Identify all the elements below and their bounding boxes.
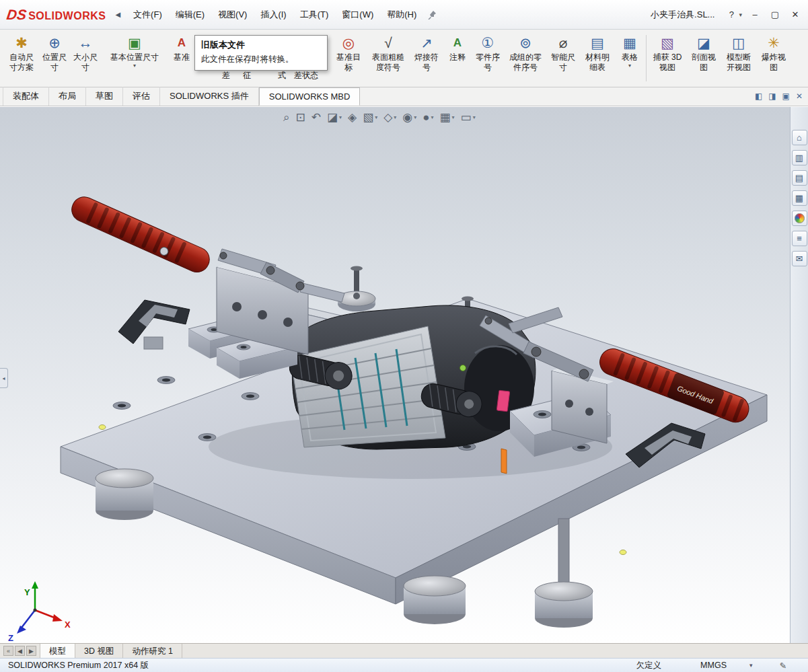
taskpane-solidworks-resources[interactable]: ⌂	[792, 130, 807, 145]
caret-down-icon[interactable]: ▾	[375, 114, 377, 120]
section-view-button[interactable]: ◪▾	[325, 109, 344, 126]
ribbon-covered-label[interactable]: 差	[222, 70, 230, 81]
section-view-icon: ◪	[327, 110, 338, 124]
close-document-icon[interactable]: ✕	[796, 91, 803, 101]
apply-scene-icon: ▦	[440, 110, 451, 124]
graphics-viewport[interactable]: Good Hand Y X Z ⌕ ⊡ ↶ ◪▾ ◈ ▧▾ ◇▾ ◉▾ ●▾ ▦…	[0, 107, 808, 643]
pane-forward-icon[interactable]: ◨	[768, 91, 776, 101]
menu-edit[interactable]: 编辑(E)	[170, 5, 211, 24]
orientation-triad[interactable]: Y X Z	[8, 581, 71, 643]
weld-symbol-icon: ↗	[420, 33, 433, 52]
ribbon-tables[interactable]: ▦ 表格 ▾	[615, 30, 645, 87]
tab-3d-views[interactable]: 3D 视图	[75, 644, 123, 658]
ribbon-label: 自动尺	[9, 52, 34, 63]
tab-motion-study-1[interactable]: 动作研究 1	[123, 644, 182, 658]
tab-solidworks-add-ins[interactable]: SOLIDWORKS 插件	[160, 87, 259, 106]
taskpane-solidworks-forum[interactable]: ✉	[792, 251, 807, 266]
previous-view-button[interactable]: ↶	[309, 109, 323, 126]
tab-solidworks-mbd[interactable]: SOLIDWORKS MBD	[259, 87, 361, 106]
ribbon-size-dimension[interactable]: ↔ 大小尺 寸	[70, 30, 101, 87]
pin-menu-icon[interactable]	[428, 9, 437, 20]
ribbon-bill-of-materials[interactable]: ▤ 材料明 细表	[580, 30, 615, 87]
dropdown-caret-icon[interactable]: ▾	[133, 63, 136, 69]
caret-down-icon[interactable]: ▾	[473, 114, 476, 120]
ribbon-balloon[interactable]: ① 零件序 号	[471, 30, 505, 87]
red-handle-left[interactable]	[68, 193, 213, 276]
ribbon-label: 位置尺	[42, 52, 67, 63]
view-settings-button[interactable]: ▭▾	[459, 109, 478, 126]
ribbon-basic-location-dimension[interactable]: ▣ 基本位置尺寸 ▾	[101, 30, 168, 87]
tab-layout[interactable]: 布局	[49, 87, 86, 106]
menu-tools[interactable]: 工具(T)	[294, 5, 335, 24]
clamp-pad-rear-left[interactable]	[338, 266, 375, 312]
taskpane-custom-properties[interactable]: ≡	[792, 231, 807, 246]
menu-window[interactable]: 窗口(W)	[336, 5, 379, 24]
menu-view[interactable]: 视图(V)	[212, 5, 253, 24]
ribbon-location-dimension[interactable]: ⊕ 位置尺 寸	[39, 30, 70, 87]
old-version-tooltip: 旧版本文件 此文件在保存时将转换。	[194, 35, 328, 71]
menu-file[interactable]: 文件(F)	[127, 5, 168, 24]
menu-insert[interactable]: 插入(I)	[254, 5, 292, 24]
ribbon-covered-label[interactable]: 征	[243, 70, 251, 81]
units-caret-icon[interactable]: ▾	[749, 662, 753, 669]
ribbon-label: 寸	[81, 63, 89, 73]
tab-model[interactable]: 模型	[40, 644, 75, 658]
caret-down-icon[interactable]: ▾	[452, 114, 455, 120]
apply-scene-button[interactable]: ▦▾	[438, 109, 457, 126]
feature-pane-flyout-handle[interactable]: ◂	[0, 368, 8, 388]
dynamic-annotation-views-button[interactable]: ◈	[346, 109, 359, 126]
caret-down-icon[interactable]: ▾	[414, 114, 416, 120]
ribbon-auto-balloon[interactable]: ⊚ 成组的零 件序号	[505, 30, 546, 87]
ribbon-covered-label[interactable]: 式	[278, 70, 286, 81]
menu-help[interactable]: 帮助(H)	[381, 5, 423, 24]
ribbon-note[interactable]: A 注释	[444, 30, 471, 87]
hide-show-items-button[interactable]: ◉▾	[400, 109, 418, 126]
ribbon-label: 件序号	[513, 63, 538, 73]
caret-down-icon[interactable]: ▾	[339, 114, 342, 120]
ribbon-surface-finish-symbol[interactable]: √ 表面粗糙 度符号	[367, 30, 409, 87]
help-button[interactable]: ?	[724, 9, 739, 20]
tab-assembly[interactable]: 装配体	[3, 87, 49, 106]
zoom-fit-button[interactable]: ⌕	[281, 110, 292, 126]
tooltip-body: 此文件在保存时将转换。	[201, 54, 321, 65]
corner-stop-left[interactable]	[118, 300, 190, 349]
tab-sketch[interactable]: 草图	[86, 87, 123, 106]
ribbon-datum-target[interactable]: ◎ 基准目 标	[330, 30, 367, 87]
ribbon-smart-dimension[interactable]: ⌀ 智能尺 寸	[546, 30, 580, 87]
tab-evaluate[interactable]: 评估	[123, 87, 160, 106]
maximize-button[interactable]: ▢	[768, 9, 782, 20]
ribbon-capture-3d-view[interactable]: ▧ 捕获 3D 视图	[648, 30, 687, 87]
edit-pencil-icon[interactable]: ✎	[780, 661, 786, 671]
model-break-view-icon: ◫	[732, 33, 745, 52]
zoom-area-button[interactable]: ⊡	[294, 109, 307, 126]
help-caret-icon[interactable]: ▾	[739, 11, 742, 18]
menu-collapse-icon[interactable]: ◀	[115, 11, 120, 18]
units-selector[interactable]: MMGS	[700, 661, 727, 670]
ribbon-auto-dimension-scheme[interactable]: ✱ 自动尺 寸方案	[4, 30, 39, 87]
taskpane-design-library[interactable]: ▥	[792, 150, 807, 165]
tab-scroll-start-button[interactable]: «	[3, 646, 13, 656]
ribbon-model-break-view[interactable]: ◫ 模型断 开视图	[721, 30, 757, 87]
display-style-button[interactable]: ◇▾	[381, 109, 398, 126]
minimize-button[interactable]: –	[747, 9, 762, 20]
caret-down-icon[interactable]: ▾	[431, 114, 434, 120]
ribbon-section-view[interactable]: ◪ 剖面视 图	[687, 30, 721, 87]
3d-model-canvas[interactable]: Good Hand Y X Z	[0, 107, 808, 643]
tab-scroll-back-button[interactable]: ◀	[15, 646, 25, 656]
ribbon-exploded-view[interactable]: ✳ 爆炸视 图	[757, 30, 791, 87]
taskpane-file-explorer[interactable]: ▤	[792, 170, 807, 186]
caret-down-icon[interactable]: ▾	[394, 114, 396, 120]
title-bar: DS SOLIDWORKS ◀ 文件(F) 编辑(E) 视图(V) 插入(I) …	[0, 0, 808, 30]
ribbon-covered-label[interactable]: 差状态	[294, 70, 318, 81]
close-button[interactable]: ✕	[788, 9, 803, 20]
dropdown-caret-icon[interactable]: ▾	[628, 63, 631, 69]
tab-scroll-forward-button[interactable]: ▶	[26, 646, 36, 656]
ribbon-datum[interactable]: A 基准	[168, 30, 195, 87]
restore-document-icon[interactable]: ▣	[782, 91, 790, 101]
pane-back-icon[interactable]: ◧	[755, 91, 762, 101]
edit-appearance-button[interactable]: ●▾	[420, 110, 435, 126]
taskpane-view-palette[interactable]: ▦	[792, 190, 807, 206]
view-orientation-button[interactable]: ▧▾	[361, 109, 379, 126]
ribbon-weld-symbol[interactable]: ↗ 焊接符 号	[409, 30, 444, 87]
taskpane-appearances-scenes[interactable]	[792, 211, 807, 226]
